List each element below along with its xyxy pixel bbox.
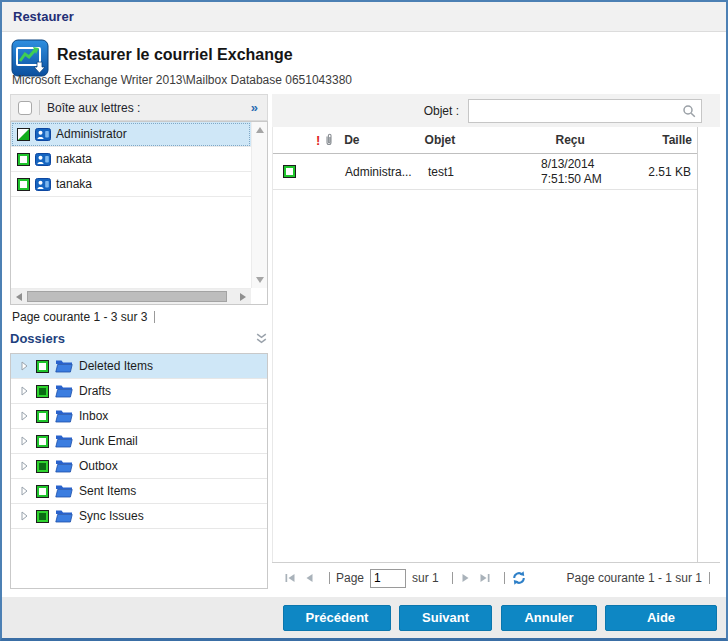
footer-bar: Précédent Suivant Annuler Aide	[2, 597, 726, 638]
column-header-subject[interactable]: Objet	[425, 133, 556, 147]
folder-icon	[55, 434, 73, 448]
subject-search-input[interactable]	[474, 103, 682, 119]
message-row[interactable]: Administra... test1 8/13/2014 7:51:50 AM…	[273, 154, 697, 190]
mailbox-name: tanaka	[56, 177, 92, 191]
folder-row[interactable]: Outbox	[11, 454, 267, 479]
subject-filter-label: Objet :	[424, 104, 459, 118]
folder-row[interactable]: Drafts	[11, 379, 267, 404]
column-header-from[interactable]: De	[344, 133, 424, 147]
expander-icon[interactable]	[21, 411, 28, 421]
folder-checkbox[interactable]	[36, 435, 49, 448]
folder-icon	[55, 359, 73, 373]
divider	[154, 311, 155, 323]
expander-icon[interactable]	[21, 436, 28, 446]
expander-icon[interactable]	[21, 386, 28, 396]
previous-button[interactable]: Précédent	[283, 605, 391, 631]
divider	[504, 572, 505, 584]
folders-panel-label: Dossiers	[10, 331, 255, 346]
message-size: 2.51 KB	[648, 165, 691, 179]
dialog-titlebar[interactable]: Restaurer	[2, 2, 726, 32]
message-checkbox[interactable]	[283, 165, 296, 178]
cancel-button[interactable]: Annuler	[501, 605, 597, 631]
mailbox-checkbox[interactable]	[17, 153, 30, 166]
message-pager: Page sur 1 Page courante 1 - 1 sur 1	[272, 562, 720, 593]
scroll-left-icon[interactable]	[16, 293, 22, 301]
subject-search-box[interactable]	[468, 99, 702, 123]
folder-checkbox[interactable]	[36, 385, 49, 398]
folder-icon	[55, 509, 73, 523]
mailbox-checkbox[interactable]	[17, 178, 30, 191]
importance-icon[interactable]: !	[316, 134, 320, 147]
folder-name: Sync Issues	[79, 509, 144, 523]
expander-icon[interactable]	[21, 461, 28, 471]
expander-icon[interactable]	[21, 511, 28, 521]
attachment-icon[interactable]	[324, 133, 334, 147]
mailbox-page-info: Page courante 1 - 3 sur 3	[12, 310, 155, 324]
folder-icon	[55, 484, 73, 498]
scroll-up-icon[interactable]	[256, 127, 264, 133]
select-all-mailboxes-checkbox[interactable]	[18, 101, 32, 115]
page-label: Page	[336, 571, 364, 585]
message-received: 8/13/2014 7:51:50 AM	[541, 157, 602, 187]
previous-page-icon[interactable]	[303, 572, 316, 584]
search-icon[interactable]	[682, 104, 696, 118]
message-subject: test1	[428, 165, 454, 179]
divider	[452, 572, 453, 584]
last-page-icon[interactable]	[478, 572, 491, 584]
folder-name: Sent Items	[79, 484, 136, 498]
message-page-info: Page courante 1 - 1 sur 1	[567, 571, 710, 585]
divider	[329, 572, 330, 584]
folder-name: Inbox	[79, 409, 108, 423]
message-table: ! De Objet Reçu Taille Administra... tes…	[272, 127, 698, 562]
next-page-icon[interactable]	[459, 572, 472, 584]
folder-name: Deleted Items	[79, 359, 153, 373]
expander-icon[interactable]	[21, 486, 28, 496]
scroll-down-icon[interactable]	[256, 277, 264, 283]
collapse-folders-icon[interactable]	[255, 333, 268, 344]
scrollbar-thumb[interactable]	[27, 291, 227, 302]
folder-row[interactable]: Sync Issues	[11, 504, 267, 529]
mailbox-checkbox[interactable]	[17, 128, 30, 141]
folders-panel-header: Dossiers	[10, 331, 268, 346]
contact-icon	[35, 178, 51, 191]
folder-checkbox[interactable]	[36, 510, 49, 523]
expander-icon[interactable]	[21, 361, 28, 371]
page-number-input[interactable]	[370, 569, 406, 588]
folder-name: Drafts	[79, 384, 111, 398]
horizontal-scrollbar[interactable]	[11, 288, 251, 304]
vertical-scrollbar[interactable]	[251, 122, 267, 288]
divider	[39, 100, 40, 115]
expand-mailbox-list-icon[interactable]: »	[251, 100, 258, 115]
folder-row[interactable]: Deleted Items	[11, 354, 267, 379]
folder-row[interactable]: Sent Items	[11, 479, 267, 504]
folder-row[interactable]: Junk Email	[11, 429, 267, 454]
mailbox-row[interactable]: tanaka	[11, 172, 251, 197]
help-button[interactable]: Aide	[605, 605, 717, 631]
page-of-label: sur 1	[412, 571, 439, 585]
folder-name: Junk Email	[79, 434, 138, 448]
column-header-received[interactable]: Reçu	[556, 133, 663, 147]
mailbox-row[interactable]: Administrator	[11, 122, 251, 147]
mailbox-row[interactable]: nakata	[11, 147, 251, 172]
restore-mail-icon	[11, 39, 49, 77]
column-header-size[interactable]: Taille	[662, 133, 697, 147]
contact-icon	[35, 153, 51, 166]
first-page-icon[interactable]	[284, 572, 297, 584]
divider	[709, 572, 710, 584]
folder-checkbox[interactable]	[36, 360, 49, 373]
folder-icon	[55, 384, 73, 398]
subject-filter-bar: Objet :	[272, 94, 720, 127]
mailbox-name: Administrator	[56, 127, 127, 141]
mailbox-panel-header: Boîte aux lettres : »	[10, 94, 268, 121]
restore-dialog: Restaurer Restaurer le courriel Exchange…	[0, 0, 728, 641]
folder-list: Deleted Items Drafts Inbox Junk Email Ou…	[10, 353, 268, 589]
page-title: Restaurer le courriel Exchange	[57, 46, 293, 64]
next-button[interactable]: Suivant	[399, 605, 492, 631]
scroll-right-icon[interactable]	[240, 293, 246, 301]
refresh-icon[interactable]	[511, 570, 527, 586]
folder-checkbox[interactable]	[36, 460, 49, 473]
folder-checkbox[interactable]	[36, 410, 49, 423]
folder-checkbox[interactable]	[36, 485, 49, 498]
dialog-title: Restaurer	[13, 9, 74, 24]
folder-row[interactable]: Inbox	[11, 404, 267, 429]
